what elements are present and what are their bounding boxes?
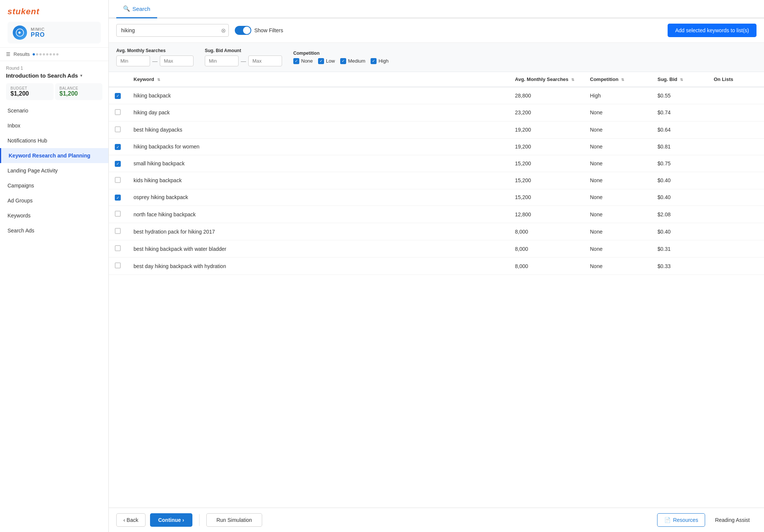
avg-monthly-inputs: — xyxy=(116,55,194,66)
reading-assist-button[interactable]: Reading Assist xyxy=(708,514,756,526)
cell-competition-1: None xyxy=(584,104,651,121)
footer-divider xyxy=(199,514,200,526)
run-simulation-button[interactable]: Run Simulation xyxy=(206,513,262,527)
footer: ‹ Back Continue › Run Simulation 📄 Resou… xyxy=(109,508,764,532)
cell-bid-3: $0.81 xyxy=(651,138,708,155)
sug-bid-filter: Sug. Bid Amount — xyxy=(205,48,282,66)
sidebar-item-landing-page[interactable]: Landing Page Activity xyxy=(0,163,108,178)
row-checkbox-0[interactable] xyxy=(115,93,121,99)
avg-monthly-filter: Avg. Monthly Searches — xyxy=(116,48,194,66)
sidebar-item-campaigns[interactable]: Campaigns xyxy=(0,178,108,193)
course-title-text: Introduction to Search Ads xyxy=(6,72,78,79)
col-header-keyword[interactable]: Keyword ⇅ xyxy=(128,72,509,87)
budget-label: BUDGET xyxy=(11,86,49,90)
table-row: north face hiking backpack12,800None$2.0… xyxy=(109,206,764,223)
cell-bid-10: $0.33 xyxy=(651,258,708,275)
cell-onlists-2 xyxy=(708,121,764,138)
table-row: kids hiking backpack15,200None$0.40 xyxy=(109,172,764,189)
search-input-wrap: ⊗ xyxy=(116,24,229,37)
filter-row: Avg. Monthly Searches — Sug. Bid Amount … xyxy=(109,43,764,72)
cell-keyword-8: best hydration pack for hiking 2017 xyxy=(128,223,509,240)
budget-value: $1,200 xyxy=(11,90,49,97)
competition-none-check[interactable]: ✓ None xyxy=(293,58,313,64)
filter-dash-2: — xyxy=(241,58,246,64)
col-header-searches[interactable]: Avg. Monthly Searches ⇅ xyxy=(509,72,584,87)
competition-filter: Competition ✓ None ✓ Low ✓ Medium ✓ High xyxy=(293,51,389,64)
row-checkbox-7[interactable] xyxy=(115,211,121,217)
sidebar-item-notifications[interactable]: Notifications Hub xyxy=(0,133,108,148)
table-row: best hiking backpack with water bladder8… xyxy=(109,240,764,258)
continue-button[interactable]: Continue › xyxy=(150,513,192,527)
sidebar-item-scenario[interactable]: Scenario xyxy=(0,103,108,118)
competition-high-check[interactable]: ✓ High xyxy=(371,58,389,64)
low-label: Low xyxy=(326,58,335,64)
row-checkbox-4[interactable] xyxy=(115,161,121,167)
balance-value: $1,200 xyxy=(60,90,98,97)
search-input[interactable] xyxy=(116,24,229,37)
competition-low-check[interactable]: ✓ Low xyxy=(318,58,335,64)
avg-monthly-max-input[interactable] xyxy=(160,55,194,66)
cell-onlists-6 xyxy=(708,189,764,206)
show-filters-toggle[interactable] xyxy=(235,26,251,35)
cell-bid-0: $0.55 xyxy=(651,87,708,104)
cell-keyword-10: best day hiking backpack with hydration xyxy=(128,258,509,275)
sug-bid-max-input[interactable] xyxy=(248,55,282,66)
competition-label: Competition xyxy=(293,51,389,56)
medium-label: Medium xyxy=(348,58,365,64)
cell-searches-3: 19,200 xyxy=(509,138,584,155)
cell-onlists-8 xyxy=(708,223,764,240)
cell-onlists-4 xyxy=(708,155,764,172)
round-label: Round 1 xyxy=(6,66,102,71)
cell-onlists-10 xyxy=(708,258,764,275)
row-checkbox-5[interactable] xyxy=(115,177,121,183)
sidebar: stukent MIMIC PRO ☰ Results xyxy=(0,0,109,532)
mimic-pro-label: PRO xyxy=(31,31,45,38)
row-checkbox-10[interactable] xyxy=(115,262,121,268)
sidebar-item-keywords[interactable]: Keywords xyxy=(0,208,108,223)
col-header-select xyxy=(109,72,128,87)
sug-bid-min-input[interactable] xyxy=(205,55,239,66)
results-bar[interactable]: ☰ Results xyxy=(0,48,108,61)
cell-bid-8: $0.40 xyxy=(651,223,708,240)
sug-bid-label: Sug. Bid Amount xyxy=(205,48,282,53)
mimic-text: MIMIC PRO xyxy=(31,27,45,38)
col-header-bid[interactable]: Sug. Bid ⇅ xyxy=(651,72,708,87)
filter-dash-1: — xyxy=(152,58,158,64)
none-label: None xyxy=(301,58,313,64)
sort-icon-keyword: ⇅ xyxy=(157,78,160,82)
clear-search-button[interactable]: ⊗ xyxy=(221,27,226,34)
back-button[interactable]: ‹ Back xyxy=(116,513,146,527)
cell-bid-2: $0.64 xyxy=(651,121,708,138)
row-checkbox-1[interactable] xyxy=(115,109,121,115)
cell-onlists-5 xyxy=(708,172,764,189)
mimic-label: MIMIC xyxy=(31,27,45,31)
resources-label: Resources xyxy=(673,517,698,523)
stukent-logo: stukent xyxy=(8,7,101,16)
nav-items: Scenario Inbox Notifications Hub Keyword… xyxy=(0,103,108,244)
col-header-competition[interactable]: Competition ⇅ xyxy=(584,72,651,87)
course-title-dropdown[interactable]: Introduction to Search Ads ▾ xyxy=(6,72,102,79)
row-checkbox-2[interactable] xyxy=(115,126,121,132)
row-checkbox-3[interactable] xyxy=(115,144,121,150)
sidebar-item-keyword-research[interactable]: Keyword Research and Planning xyxy=(0,148,108,163)
table-row: best day hiking backpack with hydration8… xyxy=(109,258,764,275)
mimic-pro-badge: MIMIC PRO xyxy=(8,22,101,43)
cell-searches-10: 8,000 xyxy=(509,258,584,275)
sidebar-item-inbox[interactable]: Inbox xyxy=(0,118,108,133)
show-filters-label: Show Filters xyxy=(254,27,283,33)
tab-search[interactable]: 🔍 Search xyxy=(116,0,157,18)
none-checkbox: ✓ xyxy=(293,58,299,64)
avg-monthly-min-input[interactable] xyxy=(116,55,150,66)
sidebar-item-search-ads[interactable]: Search Ads xyxy=(0,223,108,238)
tab-bar: 🔍 Search xyxy=(109,0,764,18)
chevron-down-icon: ▾ xyxy=(80,73,82,78)
resources-button[interactable]: 📄 Resources xyxy=(657,513,705,527)
competition-medium-check[interactable]: ✓ Medium xyxy=(340,58,365,64)
add-keywords-button[interactable]: Add selected keywords to list(s) xyxy=(668,24,756,37)
row-checkbox-6[interactable] xyxy=(115,195,121,201)
row-checkbox-8[interactable] xyxy=(115,228,121,234)
sidebar-item-ad-groups[interactable]: Ad Groups xyxy=(0,193,108,208)
cell-onlists-0 xyxy=(708,87,764,104)
keywords-table-container: Keyword ⇅ Avg. Monthly Searches ⇅ Compet… xyxy=(109,72,764,508)
row-checkbox-9[interactable] xyxy=(115,245,121,251)
